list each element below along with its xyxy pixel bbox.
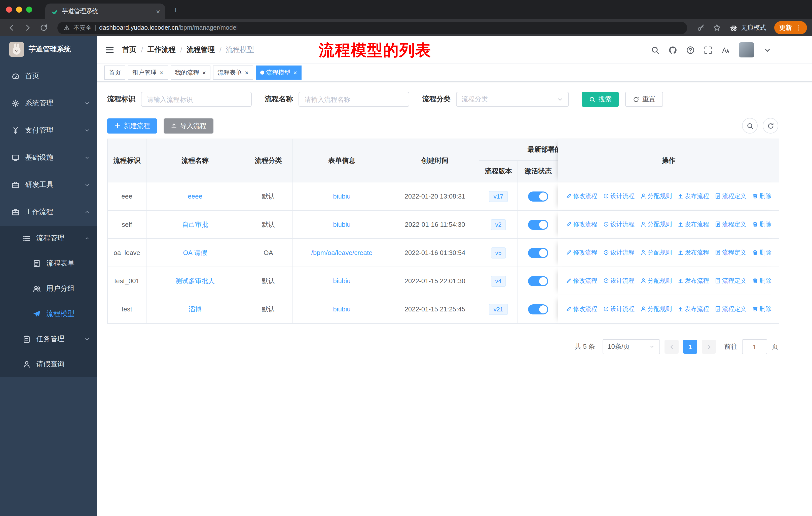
action-delete[interactable]: 删除 xyxy=(752,248,772,257)
new-tab-button[interactable]: + xyxy=(169,3,182,16)
action-delete[interactable]: 删除 xyxy=(752,305,772,314)
action-design[interactable]: 设计流程 xyxy=(603,248,635,257)
page-1-button[interactable]: 1 xyxy=(683,340,697,354)
sidebar-item[interactable]: 流程管理 xyxy=(0,226,97,251)
tab-close-icon[interactable]: × xyxy=(156,8,160,15)
action-assign-rules[interactable]: 分配规则 xyxy=(640,305,672,314)
toggle-search-button[interactable] xyxy=(742,118,758,134)
tag-my-process[interactable]: 我的流程× xyxy=(170,65,210,80)
sidebar-item[interactable]: 任务管理 xyxy=(0,327,97,352)
user-avatar[interactable] xyxy=(739,42,754,57)
action-design[interactable]: 设计流程 xyxy=(603,220,635,229)
sidebar-item[interactable]: 支付管理 xyxy=(0,117,97,144)
tag-tenant[interactable]: 租户管理× xyxy=(128,65,168,80)
model-name-link[interactable]: OA 请假 xyxy=(183,249,207,256)
create-process-button[interactable]: 新建流程 xyxy=(107,118,157,133)
reload-button[interactable] xyxy=(37,21,50,34)
reset-button[interactable]: 重置 xyxy=(625,92,663,107)
active-toggle[interactable] xyxy=(528,304,548,314)
process-key-input[interactable] xyxy=(141,92,252,107)
tag-home[interactable]: 首页 xyxy=(104,65,125,80)
github-icon[interactable] xyxy=(669,46,677,54)
action-assign-rules[interactable]: 分配规则 xyxy=(640,277,672,285)
chrome-update-button[interactable]: 更新 xyxy=(774,21,807,34)
forward-button[interactable] xyxy=(21,21,34,34)
font-size-icon[interactable] xyxy=(721,46,730,54)
form-info-link[interactable]: biubiu xyxy=(333,277,350,285)
help-icon[interactable] xyxy=(686,46,695,54)
breadcrumb-item[interactable]: 工作流程 xyxy=(147,45,176,54)
search-button[interactable]: 搜索 xyxy=(582,92,619,107)
close-icon[interactable]: × xyxy=(160,69,163,76)
action-design[interactable]: 设计流程 xyxy=(603,305,635,314)
action-edit[interactable]: 修改流程 xyxy=(566,305,597,314)
action-publish[interactable]: 发布流程 xyxy=(677,192,709,200)
active-toggle[interactable] xyxy=(528,219,548,229)
breadcrumb-item[interactable]: 流程管理 xyxy=(187,45,215,54)
action-assign-rules[interactable]: 分配规则 xyxy=(640,220,672,229)
close-icon[interactable]: × xyxy=(202,69,206,76)
close-icon[interactable]: × xyxy=(293,69,297,76)
sidebar-item[interactable]: 基础设施 xyxy=(0,144,97,171)
close-icon[interactable]: × xyxy=(245,69,249,76)
action-edit[interactable]: 修改流程 xyxy=(566,248,597,257)
action-delete[interactable]: 删除 xyxy=(752,192,772,200)
prev-page-button[interactable] xyxy=(665,340,678,354)
sidebar-toggle-button[interactable] xyxy=(105,45,114,54)
import-process-button[interactable]: 导入流程 xyxy=(164,118,213,133)
minimize-window-button[interactable] xyxy=(16,6,22,12)
action-publish[interactable]: 发布流程 xyxy=(677,248,709,257)
form-info-link[interactable]: biubiu xyxy=(333,305,350,313)
browser-menu-icon[interactable] xyxy=(795,24,802,31)
fullscreen-icon[interactable] xyxy=(704,46,712,54)
action-publish[interactable]: 发布流程 xyxy=(677,305,709,314)
sidebar-item[interactable]: 请假查询 xyxy=(0,352,97,377)
action-definition[interactable]: 流程定义 xyxy=(715,277,746,285)
action-definition[interactable]: 流程定义 xyxy=(715,192,746,200)
process-name-input[interactable] xyxy=(298,92,409,107)
action-assign-rules[interactable]: 分配规则 xyxy=(640,248,672,257)
address-bar[interactable]: 不安全 dashboard.yudao.iocoder.cn/bpm/manag… xyxy=(57,21,687,34)
action-definition[interactable]: 流程定义 xyxy=(715,220,746,229)
sidebar-item[interactable]: 研发工具 xyxy=(0,171,97,198)
avatar-caret-icon[interactable] xyxy=(763,46,772,54)
active-toggle[interactable] xyxy=(528,276,548,286)
browser-tab[interactable]: 芋道管理系统 × xyxy=(45,3,165,19)
breadcrumb-item[interactable]: 首页 xyxy=(122,45,137,54)
sidebar-item[interactable]: 流程模型 xyxy=(0,301,97,327)
action-definition[interactable]: 流程定义 xyxy=(715,248,746,257)
sidebar-item[interactable]: 流程表单 xyxy=(0,251,97,276)
action-publish[interactable]: 发布流程 xyxy=(677,277,709,285)
passkey-icon[interactable] xyxy=(694,21,707,34)
sidebar-item[interactable]: 首页 xyxy=(0,62,97,90)
close-window-button[interactable] xyxy=(6,6,12,12)
model-name-link[interactable]: eeee xyxy=(188,192,202,200)
back-button[interactable] xyxy=(5,21,18,34)
form-info-link[interactable]: /bpm/oa/leave/create xyxy=(311,249,373,256)
next-page-button[interactable] xyxy=(702,340,716,354)
refresh-table-button[interactable] xyxy=(763,118,778,134)
model-name-link[interactable]: 自己审批 xyxy=(182,220,208,228)
bookmark-star-icon[interactable] xyxy=(710,21,723,34)
action-edit[interactable]: 修改流程 xyxy=(566,192,597,200)
form-info-link[interactable]: biubiu xyxy=(333,221,350,228)
action-delete[interactable]: 删除 xyxy=(752,277,772,285)
sidebar-item[interactable]: 工作流程 xyxy=(0,198,97,226)
model-name-link[interactable]: 测试多审批人 xyxy=(175,277,215,284)
process-category-select[interactable]: 流程分类 xyxy=(456,92,569,107)
page-size-select[interactable]: 10条/页 xyxy=(603,339,660,354)
action-edit[interactable]: 修改流程 xyxy=(566,220,597,229)
action-design[interactable]: 设计流程 xyxy=(603,277,635,285)
active-toggle[interactable] xyxy=(528,248,548,258)
action-design[interactable]: 设计流程 xyxy=(603,192,635,200)
action-delete[interactable]: 删除 xyxy=(752,220,772,229)
form-info-link[interactable]: biubiu xyxy=(333,192,350,200)
tag-process-form[interactable]: 流程表单× xyxy=(213,65,253,80)
sidebar-item[interactable]: 系统管理 xyxy=(0,90,97,117)
goto-page-input[interactable] xyxy=(742,339,767,354)
header-search-icon[interactable] xyxy=(651,46,660,54)
action-edit[interactable]: 修改流程 xyxy=(566,277,597,285)
action-publish[interactable]: 发布流程 xyxy=(677,220,709,229)
active-toggle[interactable] xyxy=(528,191,548,201)
action-definition[interactable]: 流程定义 xyxy=(715,305,746,314)
